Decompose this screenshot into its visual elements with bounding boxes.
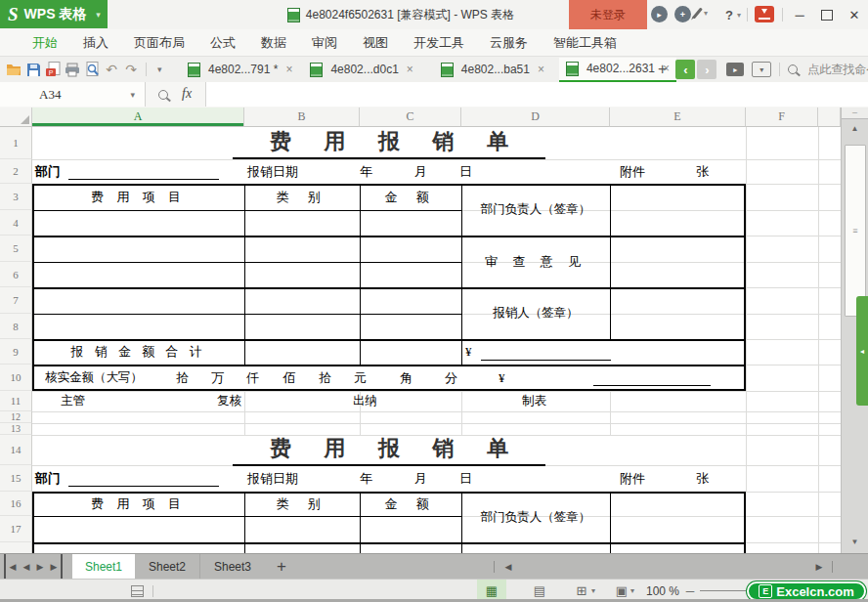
wps-app-menu-button[interactable]: S WPS 表格 ▾ [0, 0, 108, 28]
date-label[interactable]: 报销日期 [247, 465, 298, 492]
dept-head-sign-cell[interactable]: 部门负责人（签章） [461, 184, 610, 236]
row-header-8[interactable]: 8 [0, 314, 32, 339]
col-amount-header[interactable]: 金 额 [360, 492, 461, 516]
doc-tab-3[interactable]: 4e802...ba51 × [434, 58, 551, 82]
row-header-1[interactable]: 1 [0, 127, 32, 159]
row-header-17[interactable]: 17 [0, 516, 32, 542]
command-search-input[interactable] [805, 62, 868, 77]
export-pdf-icon[interactable]: P [43, 59, 63, 80]
total-label-cell[interactable]: 报 销 金 额 合 计 [32, 339, 244, 365]
doc-tab-1[interactable]: 4e802...791 * × [181, 58, 299, 82]
row-header-11[interactable]: 11 [0, 391, 32, 411]
sheet-tab-sheet3[interactable]: Sheet3 [200, 554, 265, 580]
login-button[interactable]: 未登录 [569, 0, 647, 29]
first-sheet-button[interactable]: ◀ [4, 554, 20, 580]
col-item-header[interactable]: 费 用 项 目 [32, 184, 244, 210]
prev-tab-button[interactable]: ‹ [675, 60, 695, 79]
add-sheet-button[interactable]: + [277, 557, 286, 577]
dept-label[interactable]: 部门 [35, 465, 61, 492]
skin-icon[interactable]: ▾ [696, 7, 708, 20]
sheet-tab-sheet2[interactable]: Sheet2 [135, 554, 200, 580]
scroll-up-arrow[interactable]: ▲ [842, 119, 868, 137]
dept-label[interactable]: 部门 [35, 159, 61, 184]
row-header-7[interactable]: 7 [0, 287, 32, 314]
column-header-e[interactable]: E [610, 108, 746, 127]
save-icon[interactable] [23, 59, 43, 80]
footer-preparer[interactable]: 制表 [522, 391, 546, 411]
date-label[interactable]: 报销日期 [247, 159, 298, 184]
close-tab-icon[interactable]: × [538, 63, 544, 76]
tab-developer[interactable]: 开发工具 [401, 29, 477, 57]
row-header-9[interactable]: 9 [0, 339, 32, 365]
dept-head-sign-cell[interactable]: 部门负责人（签章） [461, 492, 610, 542]
row-header-2[interactable]: 2 [0, 159, 32, 184]
name-box[interactable]: A34 ▾ [0, 82, 146, 107]
doc-tab-2[interactable]: 4e802...d0c1 × [303, 58, 419, 82]
close-tab-icon[interactable]: × [285, 63, 292, 76]
row-header-16[interactable]: 16 [0, 492, 32, 516]
col-amount-header[interactable]: 金 额 [360, 184, 461, 210]
column-header-f[interactable]: F [746, 108, 818, 127]
redo-icon[interactable]: ↷ [121, 59, 141, 80]
spreadsheet-grid[interactable]: A B C D E F 1 2 3 4 5 6 7 8 9 10 11 12 1… [0, 108, 868, 553]
select-all-corner[interactable] [0, 108, 32, 127]
tab-formulas[interactable]: 公式 [197, 29, 248, 57]
sidebar-toggle[interactable]: ◂ [856, 296, 868, 406]
chevron-down-icon[interactable]: ▾ [130, 90, 135, 100]
tab-cloud[interactable]: 云服务 [477, 29, 541, 57]
row-header-13[interactable]: 13 [0, 423, 32, 435]
download-icon[interactable] [755, 6, 774, 22]
present-icon[interactable]: ▸ [726, 63, 744, 76]
tab-home[interactable]: 开始 [20, 29, 70, 57]
col-type-header[interactable]: 类 别 [244, 492, 360, 516]
form1-title-cell[interactable]: 费 用 报 销 单 [32, 127, 746, 159]
next-tab-button[interactable]: › [697, 60, 716, 79]
row-header-15[interactable]: 15 [0, 465, 32, 492]
undo-icon[interactable]: ↶ [102, 59, 121, 80]
scroll-down-arrow[interactable]: ▼ [842, 534, 868, 549]
close-button[interactable]: ✕ [843, 0, 866, 29]
print-icon[interactable] [63, 59, 82, 80]
help-button[interactable]: ? ▾ [725, 0, 741, 29]
new-tab-button[interactable]: + [653, 61, 672, 78]
toolbar-more-caret[interactable]: ▾ [152, 64, 168, 74]
hscroll-right-arrow[interactable]: ▶ [811, 554, 827, 580]
form2-title-cell[interactable]: 费 用 报 销 单 [32, 435, 746, 465]
insert-function-button[interactable]: fx [182, 86, 192, 102]
row-header-6[interactable]: 6 [0, 262, 32, 287]
tab-insert[interactable]: 插入 [70, 29, 121, 57]
row-header-5[interactable]: 5 [0, 236, 32, 262]
formula-input[interactable] [205, 82, 868, 107]
community-icon[interactable]: ▸ [651, 6, 668, 22]
maximize-button[interactable] [815, 0, 839, 29]
row-header-14[interactable]: 14 [0, 435, 32, 465]
row-header-3[interactable]: 3 [0, 184, 32, 210]
print-preview-icon[interactable] [82, 59, 102, 80]
column-header-partial[interactable] [818, 108, 841, 127]
row-header-10[interactable]: 10 [0, 365, 32, 391]
verify-label[interactable]: 核实金额（大写） [45, 365, 143, 391]
tab-review[interactable]: 审阅 [299, 29, 350, 57]
col-type-header[interactable]: 类 别 [244, 184, 360, 210]
minimize-button[interactable]: ─ [788, 0, 811, 29]
footer-cashier[interactable]: 出纳 [353, 391, 377, 411]
col-item-header[interactable]: 费 用 项 目 [32, 492, 244, 516]
scrollbar-thumb[interactable]: ≡ [845, 145, 866, 317]
tab-page-layout[interactable]: 页面布局 [121, 29, 197, 57]
prev-sheet-button[interactable]: ◀ [20, 554, 33, 580]
last-sheet-button[interactable]: ▶ [47, 554, 63, 580]
tab-smart-toolbox[interactable]: 智能工具箱 [541, 29, 629, 57]
function-search-icon[interactable] [158, 90, 168, 100]
footer-reviewer[interactable]: 复核 [217, 391, 241, 411]
hscroll-left-arrow[interactable]: ◀ [500, 554, 516, 580]
next-sheet-button[interactable]: ▶ [33, 554, 47, 580]
open-file-icon[interactable] [4, 59, 23, 80]
column-header-c[interactable]: C [360, 108, 461, 127]
tab-view[interactable]: 视图 [350, 29, 401, 57]
sheet-tab-sheet1-active[interactable]: Sheet1 [72, 554, 135, 580]
review-cell[interactable]: 审 查 意 见 [461, 236, 610, 287]
horizontal-scrollbar[interactable]: ||| [518, 554, 811, 580]
tab-data[interactable]: 数据 [248, 29, 299, 57]
column-header-b[interactable]: B [244, 108, 360, 127]
column-header-d[interactable]: D [461, 108, 610, 127]
